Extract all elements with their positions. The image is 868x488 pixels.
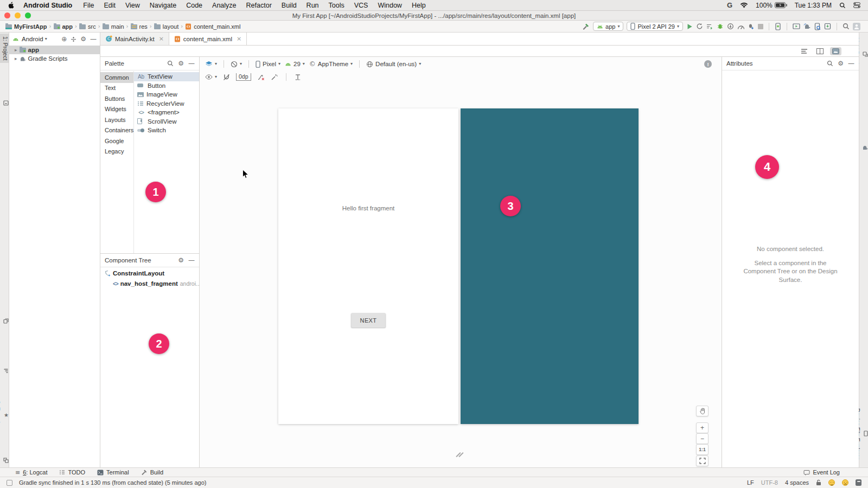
control-center-icon[interactable] xyxy=(853,2,860,8)
orientation-select[interactable]: ▾ xyxy=(231,61,242,68)
profile-button[interactable] xyxy=(737,23,744,30)
tool-tab-layout-captures[interactable]: Layout Captures xyxy=(0,297,9,344)
sync-project-icon[interactable] xyxy=(803,23,811,30)
breadcrumb-app[interactable]: app xyxy=(53,23,74,30)
run-config-select[interactable]: app▾ xyxy=(593,22,623,31)
theme-picker[interactable]: ©AppTheme▾ xyxy=(309,61,353,67)
encoding-widget[interactable]: UTF-8 xyxy=(761,479,778,486)
breadcrumb-src[interactable]: src xyxy=(78,23,97,30)
next-button[interactable]: NEXT xyxy=(352,313,386,328)
google-account-icon[interactable]: G xyxy=(727,1,732,9)
infer-constraints-icon[interactable] xyxy=(271,74,278,81)
menu-navigate[interactable]: Navigate xyxy=(145,2,181,9)
menu-code[interactable]: Code xyxy=(181,2,207,9)
collapse-all-icon[interactable] xyxy=(71,36,76,42)
close-tab-icon[interactable]: × xyxy=(159,36,164,42)
tab-mainactivity[interactable]: C MainActivity.kt × xyxy=(100,33,169,45)
close-tab-icon[interactable]: × xyxy=(237,36,241,42)
battery-indicator[interactable]: 100% xyxy=(756,2,787,9)
build-hammer-icon[interactable] xyxy=(582,23,590,30)
feedback-happy-icon[interactable] xyxy=(828,479,835,486)
code-view-icon[interactable] xyxy=(799,47,810,55)
project-tree-app[interactable]: ▸ app xyxy=(9,46,100,54)
readonly-lock-icon[interactable] xyxy=(816,479,821,486)
default-margin-picker[interactable]: 0dp xyxy=(236,73,251,81)
pan-hand-button[interactable] xyxy=(696,406,709,416)
expand-icon[interactable]: ▸ xyxy=(15,48,17,53)
menu-analyze[interactable]: Analyze xyxy=(207,2,241,9)
palette-item-recyclerview[interactable]: RecyclerView xyxy=(134,99,199,108)
feedback-sad-icon[interactable] xyxy=(842,479,848,486)
locale-picker[interactable]: Default (en-us)▾ xyxy=(366,61,421,68)
breadcrumb-file[interactable]: content_main.xml xyxy=(184,23,241,30)
project-tree-gradle-scripts[interactable]: ▸ Gradle Scripts xyxy=(9,54,100,63)
palette-category-text[interactable]: Text xyxy=(100,83,133,94)
blueprint-canvas[interactable] xyxy=(461,108,639,424)
project-view-select[interactable]: Android▾ xyxy=(22,36,47,42)
tool-tab-multi-preview[interactable]: Multi Preview xyxy=(859,35,868,74)
pack-icon[interactable] xyxy=(295,74,301,81)
autoconnect-icon[interactable] xyxy=(223,74,230,81)
gradle-daemon-icon[interactable] xyxy=(856,479,861,486)
tab-content-main[interactable]: content_main.xml × xyxy=(169,33,247,45)
breadcrumb-res[interactable]: res xyxy=(130,23,149,30)
tool-tab-gradle[interactable]: Gradle xyxy=(859,137,868,159)
palette-category-buttons[interactable]: Buttons xyxy=(100,93,133,104)
expand-icon[interactable]: ▸ xyxy=(15,56,17,61)
gear-icon[interactable]: ⚙ xyxy=(178,257,184,264)
zoom-to-fit-button[interactable] xyxy=(696,455,709,466)
line-separator-widget[interactable]: LF xyxy=(747,479,754,486)
breadcrumb-layout[interactable]: layout xyxy=(153,23,180,30)
clear-constraints-icon[interactable] xyxy=(257,74,265,81)
search-icon[interactable] xyxy=(167,60,174,67)
palette-category-google[interactable]: Google xyxy=(100,136,133,146)
attach-profiler-icon[interactable] xyxy=(727,23,734,30)
profile-avatar-icon[interactable] xyxy=(853,23,860,30)
palette-category-layouts[interactable]: Layouts xyxy=(100,114,133,125)
api-version-picker[interactable]: 29▾ xyxy=(285,61,305,67)
palette-item-imageview[interactable]: ImageView xyxy=(134,90,199,99)
device-select[interactable]: Pixel 2 API 29▾ xyxy=(627,22,683,31)
design-canvas[interactable]: Hello first fragment NEXT xyxy=(278,108,458,424)
event-log-button[interactable]: Event Log xyxy=(803,469,840,476)
issues-warning-icon[interactable] xyxy=(704,60,712,68)
menu-run[interactable]: Run xyxy=(302,2,324,9)
tool-tab-todo[interactable]: TODO xyxy=(59,469,85,476)
gear-icon[interactable]: ⚙ xyxy=(838,60,844,67)
run-button[interactable] xyxy=(686,23,693,30)
design-surface-select[interactable]: ▾ xyxy=(205,61,217,68)
menu-build[interactable]: Build xyxy=(277,2,302,9)
status-message[interactable]: Gradle sync finished in 1 s 130 ms (from… xyxy=(19,479,206,486)
apple-icon[interactable] xyxy=(8,2,14,9)
tool-window-toggle-icon[interactable] xyxy=(7,480,12,486)
palette-item-button[interactable]: Button xyxy=(134,81,199,91)
menu-refactor[interactable]: Refactor xyxy=(241,2,277,9)
sdk-manager-icon[interactable] xyxy=(824,23,831,30)
device-picker[interactable]: Pixel▾ xyxy=(256,61,280,68)
palette-category-containers[interactable]: Containers xyxy=(100,125,133,136)
tool-tab-project[interactable]: 1: Project xyxy=(0,34,9,63)
palette-item-switch[interactable]: Switch xyxy=(134,126,199,135)
menu-view[interactable]: View xyxy=(120,2,145,9)
tool-tab-build[interactable]: Build xyxy=(141,469,163,476)
tree-item-constraintlayout[interactable]: ConstraintLayout xyxy=(100,269,199,278)
tool-tab-resource-manager[interactable]: Resource Manager xyxy=(0,76,9,130)
tool-tab-logcat[interactable]: ≡6: Logcat xyxy=(15,469,47,476)
menu-android-studio[interactable]: Android Studio xyxy=(20,2,76,9)
attach-debugger-icon[interactable] xyxy=(748,23,755,30)
fragment-greeting-text[interactable]: Hello first fragment xyxy=(278,205,458,211)
gear-icon[interactable]: ⚙ xyxy=(178,60,184,67)
avd-manager-icon[interactable] xyxy=(775,23,781,30)
design-surface[interactable]: Hello first fragment NEXT + − 1:1 xyxy=(200,83,722,467)
gear-icon[interactable]: ⚙ xyxy=(80,36,86,42)
hide-panel-icon[interactable]: — xyxy=(188,60,195,67)
apply-code-changes-icon[interactable] xyxy=(706,23,713,30)
hide-panel-icon[interactable]: — xyxy=(90,36,97,42)
hide-panel-icon[interactable]: — xyxy=(188,257,195,264)
design-view-icon[interactable] xyxy=(830,47,841,55)
tool-tab-favorites[interactable]: ★2: Favorites xyxy=(0,398,9,433)
wifi-icon[interactable] xyxy=(740,2,748,8)
split-view-icon[interactable] xyxy=(814,47,826,55)
menu-window[interactable]: Window xyxy=(373,2,406,9)
tree-item-nav-host-fragment[interactable]: <> nav_host_fragment androi... xyxy=(100,279,199,288)
